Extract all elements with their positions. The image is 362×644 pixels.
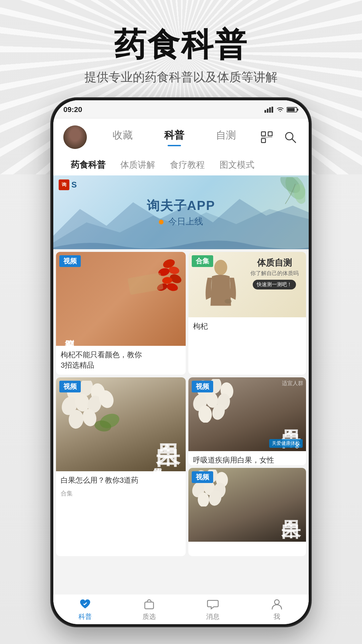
grid-row-2: 白果 用法篇 视频 白果怎么用？教你3道药 合集 bbox=[53, 375, 309, 556]
baiguo-female-video-tag: 视频 bbox=[192, 381, 213, 392]
card-constitution-image: 体质自测 你了解自己的体质吗 快速测一测吧！ 合集 bbox=[188, 252, 306, 317]
person-icon bbox=[270, 598, 283, 610]
svg-point-24 bbox=[214, 260, 227, 275]
header-section: 药食科普 提供专业的药食科普以及体质等讲解 bbox=[0, 0, 362, 96]
sub-nav: 药食科普 体质讲解 食疗教程 图文模式 bbox=[63, 156, 299, 175]
grid-row-1: 鉴别篇 枸杞子 视频 枸杞不能只看颜色，教你3招选精品 bbox=[53, 249, 309, 375]
tabs: 收藏 科普 自测 bbox=[97, 128, 252, 146]
svg-rect-1 bbox=[267, 109, 268, 113]
goji-berries-visual bbox=[122, 255, 182, 296]
baiguo-use-video-tag: 视频 bbox=[59, 381, 81, 392]
sub-nav-constitution[interactable]: 体质讲解 bbox=[113, 156, 163, 175]
bottom-nav-quality[interactable]: 质选 bbox=[142, 597, 156, 621]
card-constitution-text: 枸杞 bbox=[188, 317, 306, 336]
svg-rect-2 bbox=[269, 107, 271, 113]
science-nav-icon bbox=[78, 597, 92, 611]
wifi-icon bbox=[276, 107, 285, 113]
banner-app-name: 询夫子APP bbox=[147, 197, 215, 214]
card-baiguo-use-tag: 合集 bbox=[56, 489, 186, 500]
svg-rect-6 bbox=[297, 109, 298, 111]
bottom-nav: 科普 质选 消息 bbox=[53, 594, 309, 624]
right-column: 适宜人群 白果 关爱健康体检 ✕ 视频 呼吸道疾病用白果 bbox=[188, 377, 306, 556]
constitution-figure bbox=[188, 259, 253, 318]
goji-video-tag: 视频 bbox=[59, 255, 81, 267]
svg-rect-23 bbox=[127, 273, 163, 295]
chat-icon bbox=[206, 598, 219, 610]
banner-dot bbox=[159, 220, 164, 224]
page-title: 药食科普 bbox=[0, 27, 362, 62]
scan-icon bbox=[260, 130, 274, 144]
tab-collect[interactable]: 收藏 bbox=[97, 128, 148, 146]
heart-icon bbox=[79, 598, 92, 610]
card-baiguo-female[interactable]: 适宜人群 白果 关爱健康体检 ✕ 视频 呼吸道疾病用白果 bbox=[188, 377, 306, 466]
baiguo-usage-video-tag: 视频 bbox=[192, 471, 213, 483]
phone-inner: 09:20 bbox=[53, 100, 309, 624]
avatar[interactable] bbox=[63, 125, 87, 149]
svg-rect-7 bbox=[261, 132, 265, 136]
banner-logo: 询 S bbox=[59, 179, 77, 190]
close-ad-button[interactable]: ✕ bbox=[294, 442, 300, 450]
sub-nav-food-therapy[interactable]: 食疗教程 bbox=[163, 156, 212, 175]
card-baiguo-usage-image: 白果 用量篇 视频 bbox=[188, 468, 306, 542]
card-goji[interactable]: 鉴别篇 枸杞子 视频 枸杞不能只看颜色，教你3招选精品 bbox=[56, 252, 186, 375]
me-nav-icon bbox=[270, 597, 284, 611]
message-nav-icon bbox=[206, 597, 220, 611]
status-icons bbox=[264, 107, 299, 113]
scan-button[interactable] bbox=[258, 129, 275, 146]
card-baiguo-use[interactable]: 白果 用法篇 视频 白果怎么用？教你3道药 合集 bbox=[56, 377, 186, 556]
card-constitution[interactable]: 体质自测 你了解自己的体质吗 快速测一测吧！ 合集 枸杞 bbox=[188, 252, 306, 375]
quality-nav-icon bbox=[142, 597, 156, 611]
bag-icon bbox=[143, 598, 156, 610]
bottom-nav-me[interactable]: 我 bbox=[270, 597, 284, 621]
status-bar: 09:20 bbox=[53, 100, 309, 119]
bottom-nav-science[interactable]: 科普 bbox=[78, 597, 92, 621]
constitution-collection-tag: 合集 bbox=[192, 255, 213, 267]
status-time: 09:20 bbox=[63, 105, 82, 114]
logo-red-box: 询 bbox=[59, 179, 69, 190]
nav-icons bbox=[258, 129, 299, 146]
svg-rect-53 bbox=[145, 602, 154, 609]
battery-icon bbox=[287, 107, 299, 113]
banner[interactable]: 询 S 询夫子APP 今日上线 bbox=[53, 175, 309, 249]
tab-selftest[interactable]: 自测 bbox=[200, 128, 252, 146]
ad-overlay[interactable]: 关爱健康体检 ✕ bbox=[269, 439, 303, 448]
svg-rect-0 bbox=[264, 110, 266, 113]
search-icon bbox=[284, 130, 297, 144]
card-goji-text: 枸杞不能只看颜色，教你3招选精品 bbox=[56, 346, 186, 375]
card-baiguo-usage[interactable]: 白果 用量篇 视频 bbox=[188, 468, 306, 556]
svg-rect-9 bbox=[268, 132, 272, 136]
card-baiguo-female-text: 呼吸道疾病用白果，女性更该了解 bbox=[188, 451, 306, 466]
banner-text: 询夫子APP 今日上线 bbox=[147, 197, 215, 227]
sub-nav-image-text[interactable]: 图文模式 bbox=[212, 156, 262, 175]
card-baiguo-use-text: 白果怎么用？教你3道药 bbox=[56, 471, 186, 490]
svg-rect-5 bbox=[287, 108, 295, 111]
leaf-decoration bbox=[258, 177, 305, 211]
message-nav-label: 消息 bbox=[206, 612, 220, 621]
banner-launch: 今日上线 bbox=[147, 216, 215, 227]
card-goji-image: 鉴别篇 枸杞子 视频 bbox=[56, 252, 186, 346]
signal-icon bbox=[264, 107, 274, 113]
svg-point-54 bbox=[275, 600, 279, 604]
bottom-nav-message[interactable]: 消息 bbox=[206, 597, 220, 621]
content-area[interactable]: 询 S 询夫子APP 今日上线 bbox=[53, 175, 309, 602]
svg-point-25 bbox=[225, 299, 232, 304]
card-baiguo-female-image: 适宜人群 白果 关爱健康体检 ✕ 视频 bbox=[188, 377, 306, 451]
page-subtitle: 提供专业的药食科普以及体质等讲解 bbox=[0, 69, 362, 86]
quality-nav-label: 质选 bbox=[142, 612, 156, 621]
nav-top: 收藏 科普 自测 bbox=[63, 125, 299, 149]
svg-rect-8 bbox=[261, 139, 265, 143]
search-button[interactable] bbox=[282, 129, 299, 146]
svg-line-12 bbox=[292, 139, 296, 143]
card-baiguo-use-image: 白果 用法篇 视频 bbox=[56, 377, 186, 471]
sub-nav-medicine-food[interactable]: 药食科普 bbox=[63, 156, 113, 175]
svg-rect-3 bbox=[272, 107, 273, 113]
tab-science[interactable]: 科普 bbox=[148, 128, 200, 146]
me-nav-label: 我 bbox=[274, 612, 280, 621]
nav-container: 收藏 科普 自测 bbox=[53, 119, 309, 175]
science-nav-label: 科普 bbox=[78, 612, 92, 621]
phone-frame: 09:20 bbox=[50, 97, 312, 627]
logo-text: S bbox=[71, 180, 77, 190]
